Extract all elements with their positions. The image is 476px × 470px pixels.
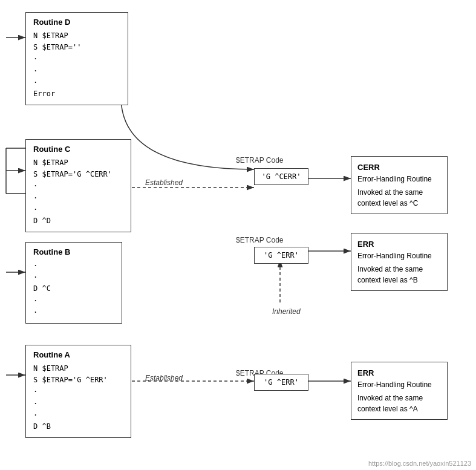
routine-d-line1: N $ETRAP [33,30,120,42]
routine-b-box: Routine B · · D ^C · · [25,242,122,324]
routine-c-line6: D ^D [33,215,123,227]
inherited-b-label: Inherited [272,307,301,316]
routine-d-line3: · [33,53,120,65]
routine-b-line3: D ^C [33,283,114,295]
etrap-c-label: $ETRAP Code [236,156,284,165]
etrap-a-box: 'G ^ERR' [254,374,308,391]
etrap-a-value: 'G ^ERR' [264,378,299,387]
routine-b-line2: · [33,272,114,283]
info-err-a-subtitle: Error-Handling Routine [357,379,441,390]
info-err-b-desc: Invoked at the same context level as ^B [357,264,441,286]
routine-b-line5: · [33,307,114,318]
info-cerr-subtitle: Error-Handling Routine [357,174,441,184]
info-err-b-subtitle: Error-Handling Routine [357,250,441,261]
routine-d-line5: · [33,77,120,88]
routine-d-line2: S $ETRAP='' [33,42,120,53]
diagram: Routine D N $ETRAP S $ETRAP='' · · · Err… [0,0,476,470]
routine-c-line2: S $ETRAP='G ^CERR' [33,169,123,180]
routine-d-title: Routine D [33,18,120,27]
routine-a-line4: · [33,398,123,410]
routine-a-line3: · [33,386,123,397]
routine-a-title: Routine A [33,350,123,359]
info-err-b-box: ERR Error-Handling Routine Invoked at th… [351,233,448,291]
info-cerr-desc: Invoked at the same context level as ^C [357,187,441,209]
info-err-a-title: ERR [357,367,441,379]
routine-b-line1: · [33,260,114,272]
info-cerr-box: CERR Error-Handling Routine Invoked at t… [351,156,448,214]
routine-d-box: Routine D N $ETRAP S $ETRAP='' · · · Err… [25,12,128,105]
watermark: https://blog.csdn.net/yaoxin521123 [368,460,471,467]
routine-c-line4: · [33,192,123,204]
etrap-c-box: 'G ^CERR' [254,168,308,185]
routine-c-box: Routine C N $ETRAP S $ETRAP='G ^CERR' · … [25,139,131,232]
routine-c-title: Routine C [33,145,123,154]
routine-c-line1: N $ETRAP [33,157,123,169]
routine-c-line5: · [33,204,123,215]
routine-d-line6: Error [33,88,120,100]
routine-a-line5: · [33,410,123,421]
routine-d-line4: · [33,65,120,77]
established-a-label: Established [145,374,183,382]
routine-c-line3: · [33,180,123,192]
routine-b-title: Routine B [33,247,114,256]
etrap-b-box: 'G ^ERR' [254,247,308,264]
routine-a-line6: D ^B [33,421,123,432]
info-err-a-desc: Invoked at the same context level as ^A [357,393,441,414]
etrap-b-label: $ETRAP Code [236,236,284,244]
established-c-label: Established [145,178,183,187]
routine-b-line4: · [33,295,114,307]
info-err-b-title: ERR [357,238,441,250]
info-cerr-title: CERR [357,162,441,174]
info-err-a-box: ERR Error-Handling Routine Invoked at th… [351,362,448,420]
etrap-b-value: 'G ^ERR' [264,251,299,259]
etrap-c-value: 'G ^CERR' [261,172,301,181]
routine-a-line1: N $ETRAP [33,363,123,374]
routine-a-line2: S $ETRAP='G ^ERR' [33,374,123,386]
routine-a-box: Routine A N $ETRAP S $ETRAP='G ^ERR' · ·… [25,345,131,438]
